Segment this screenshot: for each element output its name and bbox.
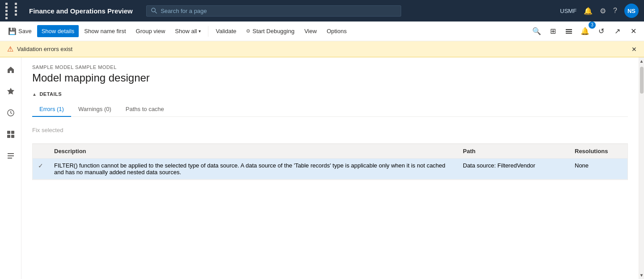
svg-rect-8 <box>7 135 10 138</box>
page-title: Model mapping designer <box>32 72 628 84</box>
svg-rect-10 <box>8 153 14 154</box>
settings-icon[interactable]: ⚙ <box>600 7 606 15</box>
search-bar[interactable] <box>146 5 401 17</box>
validate-button[interactable]: Validate <box>211 25 241 37</box>
scroll-down-arrow[interactable]: ▼ <box>638 271 644 279</box>
notification-icon[interactable]: 🔔 <box>584 7 593 15</box>
breadcrumb: SAMPLE MODEL SAMPLE MODEL <box>32 64 628 70</box>
company-indicator: USMF <box>560 8 576 14</box>
svg-rect-4 <box>566 33 572 34</box>
search-icon <box>151 8 157 14</box>
details-section: ▲ DETAILS Errors (1) Warnings (0) Paths … <box>21 91 639 180</box>
main-content: SAMPLE MODEL SAMPLE MODEL Model mapping … <box>0 57 644 279</box>
details-header[interactable]: ▲ DETAILS <box>32 91 628 97</box>
content-area: SAMPLE MODEL SAMPLE MODEL Model mapping … <box>21 57 639 279</box>
top-navigation: Finance and Operations Preview USMF 🔔 ⚙ … <box>0 0 644 21</box>
close-icon[interactable]: ✕ <box>626 24 640 39</box>
apps-grid-icon[interactable] <box>5 3 23 19</box>
validation-close-button[interactable]: ✕ <box>631 46 637 53</box>
sidebar-workspaces-icon[interactable] <box>4 127 18 142</box>
col-header-check <box>33 144 49 159</box>
show-all-button[interactable]: Show all ▾ <box>170 25 205 37</box>
app-title: Finance and Operations Preview <box>29 7 133 15</box>
top-nav-right-controls: USMF 🔔 ⚙ ? NS <box>560 4 639 18</box>
save-button[interactable]: 💾 Save <box>4 25 36 38</box>
svg-point-0 <box>152 8 155 12</box>
refresh-icon[interactable]: ↺ <box>594 24 608 39</box>
save-icon: 💾 <box>8 27 17 35</box>
content-header: SAMPLE MODEL SAMPLE MODEL Model mapping … <box>21 57 639 91</box>
svg-rect-12 <box>8 158 12 159</box>
svg-rect-9 <box>11 135 14 138</box>
view-button[interactable]: View <box>300 25 321 37</box>
scroll-up-arrow[interactable]: ▲ <box>638 57 644 65</box>
open-in-new-icon[interactable]: ↗ <box>610 24 624 39</box>
alerts-icon[interactable]: 🔔 3 <box>578 24 592 39</box>
tab-paths-to-cache[interactable]: Paths to cache <box>119 102 171 117</box>
sidebar-home-icon[interactable] <box>4 63 18 77</box>
table-row[interactable]: ✓ FILTER() function cannot be applied to… <box>33 159 627 180</box>
personalize-icon[interactable]: ⊞ <box>546 24 560 39</box>
row-resolutions-cell: None <box>569 159 627 180</box>
svg-rect-6 <box>7 131 10 134</box>
left-sidebar <box>0 57 21 279</box>
errors-table: Description Path Resolutions <box>33 144 627 180</box>
svg-rect-2 <box>566 29 572 30</box>
search-toolbar-icon[interactable]: 🔍 <box>530 24 544 39</box>
view-columns-icon[interactable] <box>562 24 576 39</box>
details-tabs: Errors (1) Warnings (0) Paths to cache <box>32 102 628 117</box>
details-label: DETAILS <box>39 91 62 97</box>
row-check-cell: ✓ <box>33 159 49 180</box>
sidebar-favorites-icon[interactable] <box>4 84 18 99</box>
fix-selected-area: Fix selected <box>32 124 628 140</box>
group-view-button[interactable]: Group view <box>131 25 170 37</box>
col-header-resolutions: Resolutions <box>569 144 627 159</box>
bell-icon: 🔔 <box>580 27 589 35</box>
separator <box>208 26 208 37</box>
validation-message: Validation errors exist <box>17 46 72 52</box>
row-path-cell: Data source: FilteredVendor <box>458 159 569 180</box>
svg-rect-7 <box>11 131 14 134</box>
action-bar: 💾 Save Show details Show name first Grou… <box>0 21 644 41</box>
search-input[interactable] <box>161 8 396 14</box>
warning-triangle-icon: ⚠ <box>7 45 13 53</box>
show-name-first-button[interactable]: Show name first <box>80 25 130 37</box>
show-details-button[interactable]: Show details <box>37 25 79 37</box>
show-all-dropdown-arrow: ▾ <box>199 29 201 34</box>
collapse-arrow-icon: ▲ <box>32 92 37 97</box>
svg-rect-3 <box>566 31 572 32</box>
help-icon[interactable]: ? <box>613 7 617 15</box>
sidebar-list-icon[interactable] <box>4 149 18 163</box>
alert-badge: 3 <box>589 21 596 29</box>
tab-errors[interactable]: Errors (1) <box>32 102 71 117</box>
debug-icon: ⚙ <box>246 28 250 34</box>
sidebar-recent-icon[interactable] <box>4 106 18 120</box>
svg-line-1 <box>155 12 157 13</box>
validation-bar: ⚠ Validation errors exist ✕ <box>0 41 644 57</box>
col-header-path: Path <box>458 144 569 159</box>
col-header-description: Description <box>49 144 458 159</box>
fix-selected-button[interactable]: Fix selected <box>32 124 63 136</box>
scrollbar[interactable]: ▲ ▼ <box>639 57 644 279</box>
row-description-cell: FILTER() function cannot be applied to t… <box>49 159 458 180</box>
user-avatar[interactable]: NS <box>624 4 639 18</box>
tab-warnings[interactable]: Warnings (0) <box>71 102 119 117</box>
errors-table-container[interactable]: Description Path Resolutions <box>32 143 628 180</box>
checkmark-icon: ✓ <box>38 162 43 169</box>
action-bar-right: 🔍 ⊞ 🔔 3 ↺ ↗ ✕ <box>530 24 640 39</box>
start-debugging-button[interactable]: ⚙ Start Debugging <box>242 25 299 37</box>
svg-rect-11 <box>8 155 14 156</box>
options-button[interactable]: Options <box>322 25 351 37</box>
scroll-thumb[interactable] <box>640 67 644 94</box>
